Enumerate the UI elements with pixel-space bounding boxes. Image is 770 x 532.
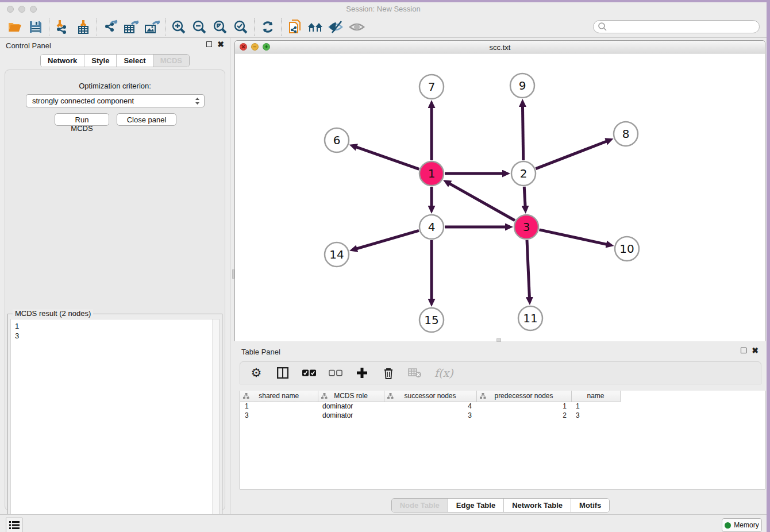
tab-style[interactable]: Style bbox=[84, 55, 117, 67]
table-panel-title: Table Panel bbox=[241, 348, 280, 356]
graph-edge-1-6[interactable] bbox=[356, 147, 419, 169]
tab-edge-table[interactable]: Edge Table bbox=[448, 499, 504, 512]
column-header-shared-name[interactable]: shared name bbox=[240, 391, 318, 402]
graph-node-9[interactable]: 9 bbox=[510, 74, 534, 98]
table-row[interactable]: 3dominator323 bbox=[240, 411, 620, 420]
svg-text:11: 11 bbox=[523, 311, 537, 325]
session-window: Session: New Session bbox=[0, 2, 767, 532]
svg-text:2: 2 bbox=[520, 167, 528, 180]
settings-gear-icon[interactable]: ⚙ bbox=[249, 366, 263, 380]
tab-motifs[interactable]: Motifs bbox=[571, 499, 609, 512]
open-session-icon[interactable] bbox=[5, 18, 25, 36]
graph-node-15[interactable]: 15 bbox=[419, 308, 444, 332]
close-panel-icon[interactable]: ✖ bbox=[752, 348, 759, 353]
toolbar-separator bbox=[281, 18, 282, 36]
tab-network[interactable]: Network bbox=[41, 55, 84, 67]
table-tabs: Node Table Edge Table Network Table Moti… bbox=[391, 498, 610, 512]
mcds-result-title: MCDS result (2 nodes) bbox=[13, 309, 93, 318]
import-network-icon[interactable] bbox=[52, 18, 73, 36]
graph-edge-4-14[interactable] bbox=[357, 230, 419, 249]
graph-node-3[interactable]: 3 bbox=[514, 215, 538, 239]
graph-node-14[interactable]: 14 bbox=[325, 242, 349, 267]
function-builder-icon[interactable]: f(x) bbox=[434, 367, 453, 379]
refresh-icon[interactable] bbox=[257, 18, 278, 36]
graph-node-1[interactable]: 1 bbox=[419, 161, 444, 186]
graph-node-6[interactable]: 6 bbox=[325, 128, 349, 152]
memory-button[interactable]: Memory bbox=[722, 518, 762, 532]
delete-table-icon[interactable] bbox=[408, 366, 422, 380]
close-panel-button[interactable]: Close panel bbox=[117, 113, 176, 126]
mcds-result-box: MCDS result (2 nodes) 1 3 bbox=[7, 314, 222, 531]
graph-edge-3-11[interactable] bbox=[527, 240, 529, 298]
first-neighbors-icon[interactable] bbox=[305, 18, 326, 36]
column-header-MCDS-role[interactable]: MCDS role bbox=[318, 391, 384, 402]
columns-icon[interactable] bbox=[276, 366, 290, 380]
panel-splitter-handle[interactable] bbox=[232, 269, 234, 279]
graph-edge-2-9[interactable] bbox=[522, 106, 523, 160]
search-input[interactable] bbox=[607, 22, 759, 32]
clone-network-icon[interactable] bbox=[284, 18, 305, 36]
tab-mcds[interactable]: MCDS bbox=[153, 55, 189, 67]
select-all-checkboxes-icon[interactable] bbox=[302, 366, 316, 380]
show-annotations-icon[interactable] bbox=[346, 18, 367, 36]
network-window-titlebar[interactable]: ✕ − + scc.txt bbox=[235, 41, 765, 53]
svg-text:9: 9 bbox=[519, 79, 526, 92]
criterion-value: strongly connected component bbox=[32, 97, 134, 105]
float-panel-icon[interactable] bbox=[741, 348, 746, 353]
graph-node-4[interactable]: 4 bbox=[419, 215, 444, 239]
mcds-result-text[interactable]: 1 3 bbox=[10, 319, 220, 528]
export-table-icon[interactable] bbox=[121, 18, 141, 36]
close-panel-icon[interactable]: ✖ bbox=[217, 41, 224, 47]
svg-text:3: 3 bbox=[523, 220, 530, 234]
zoom-selected-icon[interactable] bbox=[230, 18, 251, 36]
svg-text:4: 4 bbox=[428, 220, 436, 234]
toolbar-separator bbox=[97, 18, 97, 36]
run-mcds-button[interactable]: Run MCDS bbox=[55, 113, 109, 126]
graph-node-11[interactable]: 11 bbox=[518, 306, 542, 330]
fit-content-icon[interactable] bbox=[210, 18, 230, 36]
save-session-icon[interactable] bbox=[25, 18, 46, 36]
tab-network-table[interactable]: Network Table bbox=[504, 499, 571, 512]
export-image-icon[interactable] bbox=[141, 18, 162, 36]
graph-edge-3-10[interactable] bbox=[539, 230, 606, 244]
svg-text:7: 7 bbox=[428, 80, 436, 94]
window-title: Session: New Session bbox=[0, 5, 767, 13]
import-table-icon[interactable] bbox=[73, 18, 94, 36]
export-network-icon[interactable] bbox=[100, 18, 121, 36]
table-row[interactable]: 1dominator411 bbox=[240, 402, 620, 411]
mcds-panel: Optimization criterion: strongly connect… bbox=[5, 70, 225, 511]
window-titlebar: Session: New Session bbox=[0, 2, 767, 16]
zoom-out-icon[interactable] bbox=[189, 18, 210, 36]
chevron-up-down-icon bbox=[194, 97, 201, 107]
tab-select[interactable]: Select bbox=[117, 55, 153, 67]
column-header-successor-nodes[interactable]: successor nodes bbox=[384, 391, 476, 402]
main-toolbar bbox=[0, 16, 767, 38]
graph-edge-3-1[interactable] bbox=[449, 184, 515, 221]
float-panel-icon[interactable] bbox=[206, 41, 212, 47]
svg-text:6: 6 bbox=[333, 133, 341, 147]
control-panel-tabs: Network Style Select MCDS bbox=[40, 54, 190, 67]
graph-edge-2-3[interactable] bbox=[524, 187, 525, 206]
column-header-predecessor-nodes[interactable]: predecessor nodes bbox=[476, 391, 571, 402]
network-graph-canvas[interactable]: 7968124314101511 bbox=[235, 53, 765, 341]
node-table: shared nameMCDS rolesuccessor nodesprede… bbox=[240, 391, 765, 489]
svg-text:15: 15 bbox=[424, 313, 438, 327]
panel-splitter-handle[interactable] bbox=[496, 338, 501, 342]
hide-annotations-icon[interactable] bbox=[326, 18, 346, 36]
graph-node-7[interactable]: 7 bbox=[419, 75, 444, 99]
graph-node-10[interactable]: 10 bbox=[615, 237, 639, 261]
deselect-all-checkboxes-icon[interactable] bbox=[329, 366, 342, 380]
graph-node-2[interactable]: 2 bbox=[511, 161, 536, 186]
task-history-button[interactable] bbox=[6, 518, 22, 532]
add-icon[interactable] bbox=[355, 366, 369, 380]
svg-text:8: 8 bbox=[622, 127, 630, 141]
column-header-name[interactable]: name bbox=[571, 391, 620, 402]
delete-icon[interactable] bbox=[382, 366, 395, 380]
tab-node-table[interactable]: Node Table bbox=[392, 499, 448, 512]
toolbar-separator bbox=[49, 18, 49, 36]
graph-node-8[interactable]: 8 bbox=[614, 122, 638, 146]
graph-edge-2-8[interactable] bbox=[536, 141, 606, 169]
zoom-in-icon[interactable] bbox=[168, 18, 189, 36]
criterion-select[interactable]: strongly connected component bbox=[26, 94, 205, 107]
result-scrollbar[interactable] bbox=[212, 319, 219, 527]
